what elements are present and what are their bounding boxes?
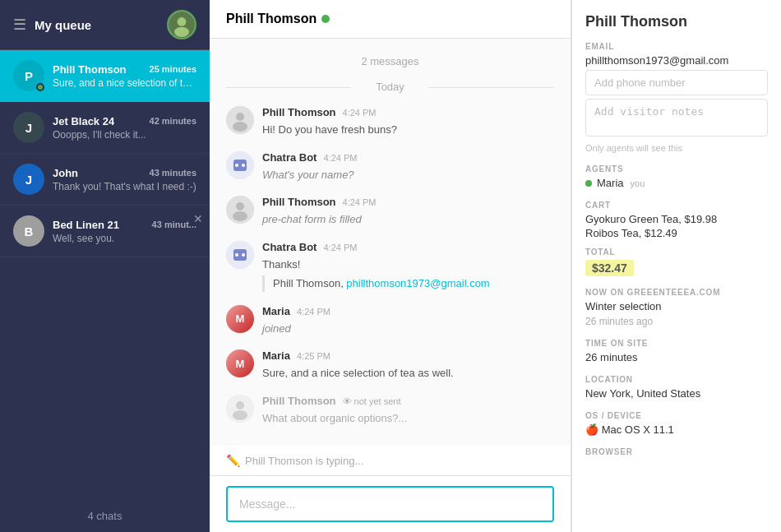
date-divider: Today [226, 81, 554, 93]
chat-item[interactable]: J John 43 minutes Thank you! That's what… [0, 154, 210, 206]
msg-content: Phill Thomson 4:24 PM Hi! Do you have fr… [262, 106, 554, 138]
now-on-label: NOW ON GREEENTEEEA.COM [585, 288, 768, 297]
not-sent-badge: 👁 not yet sent [343, 396, 401, 406]
svg-point-4 [236, 113, 244, 121]
close-icon[interactable]: ✕ [193, 212, 203, 225]
msg-content: Maria 4:24 PM joined [262, 305, 554, 337]
message-row: Phill Thomson 4:24 PM pre-chat form is f… [226, 196, 554, 228]
online-dot [36, 83, 44, 91]
chat-item[interactable]: P Phill Thomson 25 minutes Sure, and a n… [0, 50, 210, 102]
messages-area: 2 messages Today Phill Thomson 4:24 PM H… [210, 39, 571, 446]
cart-item: Gyokuro Green Tea, $19.98 [585, 213, 768, 225]
os-value: 🍎 Mac OS X 11.1 [585, 423, 768, 436]
msg-header: Chatra Bot 4:24 PM [262, 151, 554, 164]
chat-name: Bed Linen 21 43 minut... [53, 219, 196, 231]
notes-hint: Only agents will see this [585, 143, 768, 153]
chat-info: Jet Black 24 42 minutes Ooopps, I'll che… [53, 115, 196, 141]
now-on-page: Winter selection [585, 300, 768, 312]
total-value: $32.47 [585, 260, 634, 276]
chat-info: Phill Thomson 25 minutes Sure, and a nic… [53, 63, 196, 89]
svg-point-9 [242, 164, 245, 167]
browser-label: BROWSER [585, 447, 768, 456]
sidebar-title: My queue [35, 18, 159, 32]
msg-content: Chatra Bot 4:24 PM Thanks! Phill Thomson… [262, 241, 554, 292]
svg-point-16 [242, 253, 245, 257]
now-on-time: 26 minutes ago [585, 316, 768, 327]
svg-point-19 [233, 410, 247, 420]
msg-content: Phill Thomson 4:24 PM pre-chat form is f… [262, 196, 554, 228]
contact-name: Phill Thomson [585, 13, 768, 30]
chat-item[interactable]: J Jet Black 24 42 minutes Ooopps, I'll c… [0, 102, 210, 154]
pencil-icon: ✏️ [226, 454, 240, 467]
apple-icon: 🍎 [585, 423, 602, 436]
chat-header: Phill Thomson [210, 0, 571, 39]
msg-avatar-bot [226, 151, 254, 179]
msg-content: Chatra Bot 4:24 PM What's your name? [262, 151, 554, 183]
message-row: M Maria 4:25 PM Sure, and a nice selecti… [226, 349, 554, 382]
cart-item: Roibos Tea, $12.49 [585, 227, 768, 239]
message-row: Chatra Bot 4:24 PM What's your name? [226, 151, 554, 183]
notes-input[interactable] [585, 99, 768, 136]
agents-label: AGENTS [585, 164, 768, 173]
online-indicator [321, 15, 330, 23]
svg-point-11 [236, 202, 244, 210]
user-avatar[interactable] [167, 10, 196, 39]
msg-quote: Phill Thomson, phillthomson1973@gmail.co… [262, 275, 554, 292]
msg-avatar [226, 106, 254, 134]
msg-header: Phill Thomson 4:24 PM [262, 106, 554, 118]
msg-avatar-bot [226, 241, 254, 269]
msg-header: Phill Thomson 4:24 PM [262, 196, 554, 208]
right-panel: Phill Thomson EMAIL phillthomson1973@gma… [571, 0, 781, 532]
message-row: M Maria 4:24 PM joined [226, 305, 554, 337]
time-on-site-value: 26 minutes [585, 351, 768, 363]
email-label: EMAIL [585, 42, 768, 51]
cart-label: CART [585, 201, 768, 210]
message-row-pending: Phill Thomson 👁 not yet sent What about … [226, 395, 554, 427]
msg-content: Maria 4:25 PM Sure, and a nice selection… [262, 349, 554, 382]
chat-avatar: J [13, 112, 44, 143]
chat-name: John 43 minutes [53, 167, 196, 179]
svg-point-12 [233, 211, 247, 221]
msg-avatar [226, 196, 254, 224]
email-value: phillthomson1973@gmail.com [585, 54, 768, 67]
location-value: New York, United States [585, 387, 768, 400]
chat-name: Jet Black 24 42 minutes [53, 115, 196, 127]
typing-indicator: ✏️ Phill Thomson is typing... [210, 446, 571, 475]
chat-info: Bed Linen 21 43 minut... Well, see you. [53, 219, 196, 244]
chat-item[interactable]: B Bed Linen 21 43 minut... Well, see you… [0, 206, 210, 257]
svg-point-1 [178, 17, 187, 26]
msg-content: Phill Thomson 👁 not yet sent What about … [262, 395, 554, 427]
svg-point-15 [235, 253, 238, 257]
message-row: Chatra Bot 4:24 PM Thanks! Phill Thomson… [226, 241, 554, 292]
phone-input[interactable] [585, 70, 768, 95]
agent-online-dot [585, 180, 592, 187]
chat-main: Phill Thomson 2 messages Today Phill Tho… [210, 0, 571, 532]
svg-point-8 [235, 164, 238, 167]
chat-avatar: B [13, 215, 44, 247]
chat-name: Phill Thomson 25 minutes [53, 63, 196, 76]
chats-count: 4 chats [0, 500, 210, 532]
messages-count: 2 messages [226, 55, 554, 67]
message-row: Phill Thomson 4:24 PM Hi! Do you have fr… [226, 106, 554, 138]
sidebar-header: ☰ My queue [0, 0, 210, 50]
os-label: OS / DEVICE [585, 411, 768, 420]
total-label: TOTAL [585, 247, 768, 257]
agent-item: Maria you [585, 177, 768, 189]
sidebar: ☰ My queue P Phill Thomson 25 minutes Su… [0, 0, 210, 532]
location-label: LOCATION [585, 375, 768, 384]
svg-point-5 [233, 122, 247, 132]
msg-avatar-maria: M [226, 349, 254, 377]
msg-avatar-maria: M [226, 305, 254, 333]
msg-header: Maria 4:24 PM [262, 305, 554, 317]
svg-point-2 [174, 27, 189, 37]
msg-header: Chatra Bot 4:24 PM [262, 241, 554, 253]
message-input-area [210, 475, 571, 532]
chat-info: John 43 minutes Thank you! That's what I… [53, 167, 196, 192]
msg-header: Maria 4:25 PM [262, 349, 554, 362]
chat-list: P Phill Thomson 25 minutes Sure, and a n… [0, 50, 210, 500]
message-input[interactable] [226, 486, 554, 522]
chat-header-name: Phill Thomson [226, 12, 330, 26]
menu-icon[interactable]: ☰ [13, 16, 26, 34]
msg-avatar [226, 395, 254, 423]
time-on-site-label: TIME ON SITE [585, 339, 768, 348]
